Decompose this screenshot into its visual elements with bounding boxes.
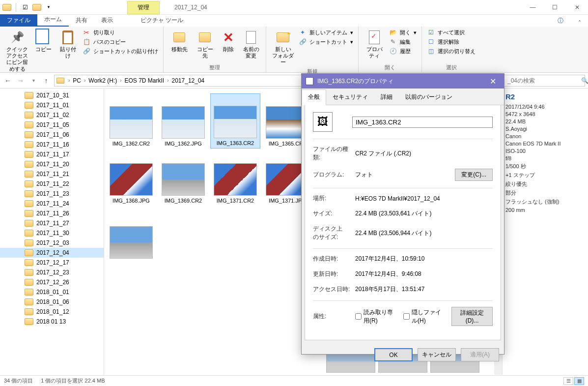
file-thumbnail[interactable] [106,208,156,263]
copy-button[interactable]: コピー [33,29,53,54]
sidebar-folder[interactable]: 2017_12_03 [0,238,104,248]
sidebar-folder[interactable]: 2017_11_06 [0,130,104,140]
file-thumbnail[interactable]: IMG_1363.CR2 [210,93,260,148]
search-icon[interactable]: 🔍 [581,77,588,84]
file-thumbnail[interactable]: IMG_1369.CR2 [158,150,208,206]
picture-tools-tab[interactable]: ピクチャ ツール [136,14,188,27]
new-folder-icon [275,30,291,45]
general-tab[interactable]: 全般 [302,89,326,105]
select-all-icon [427,29,435,36]
file-thumbnail[interactable]: IMG_1371.CR2 [210,150,260,206]
copy-path-button[interactable]: パスのコピー [83,38,158,46]
search-box[interactable]: 🔍 [504,75,585,87]
sidebar-folder[interactable]: 2017_12_17 [0,258,104,267]
sidebar-folder[interactable]: 2017_12_23 [0,267,104,277]
sidebar-folder[interactable]: 2017_11_16 [0,140,104,149]
home-tab[interactable]: ホーム [37,13,69,27]
app-icon [2,2,12,12]
sidebar-folder[interactable]: 2017_11_01 [0,100,104,110]
help-icon[interactable]: ⓘ [560,15,571,27]
copy-to-button[interactable]: コピー先 [194,29,216,60]
sidebar-folder[interactable]: 2017_11_05 [0,120,104,130]
sidebar-folder[interactable]: 2017_11_22 [0,179,104,189]
sidebar-folder[interactable]: 2017_11_26 [0,208,104,218]
shortcut-icon [299,38,307,46]
filename-input[interactable] [352,117,493,128]
sidebar-folder[interactable]: 2018_01_01 [0,287,104,297]
details-view-button[interactable]: ☰ [563,377,573,385]
security-tab[interactable]: セキュリティ [326,89,374,105]
paste-shortcut-button[interactable]: ショートカットの貼り付け [83,47,158,55]
dialog-footer: OK キャンセル 適用(A) [302,343,504,366]
view-tab[interactable]: 表示 [94,14,120,27]
ok-button[interactable]: OK [374,348,413,361]
advanced-button[interactable]: 詳細設定(D)... [451,307,493,326]
change-program-button[interactable]: 変更(C)... [455,169,493,181]
details-tab[interactable]: 詳細 [374,89,399,105]
readonly-checkbox[interactable]: 読み取り専用(R) [355,308,395,325]
sidebar-folder[interactable]: 2018_01_12 [0,307,104,317]
folder-icon [25,121,33,128]
shortcut-button[interactable]: ショートカット ▾ [299,38,353,46]
context-tab[interactable]: 管理 [127,1,160,14]
previous-versions-tab[interactable]: 以前のバージョン [399,89,459,105]
sidebar-folder[interactable]: 2017_11_27 [0,218,104,228]
rename-button[interactable]: 名前の 変更 [241,29,261,60]
new-item-icon [299,29,307,36]
file-thumbnail[interactable]: IMG_1368.JPG [106,150,156,206]
edit-button[interactable]: 編集 [389,38,417,46]
folder-qat-icon[interactable] [32,2,42,12]
apply-button[interactable]: 適用(A) [461,348,499,361]
sidebar-folder[interactable]: 2018_01_06 [0,297,104,307]
sidebar-folder[interactable]: 2017_11_24 [0,199,104,208]
history-button[interactable]: 履歴 [389,47,417,55]
back-button[interactable]: ← [3,76,13,86]
cancel-button[interactable]: キャンセル [418,348,456,361]
sidebar-folder[interactable]: 2018 01 13 [0,317,104,327]
open-button[interactable]: 開く ▾ [389,29,417,36]
properties-qat-icon[interactable]: ☑ [20,2,30,12]
sidebar-folder[interactable]: 2017_10_31 [0,90,104,100]
sidebar-folder[interactable]: 2017_11_30 [0,228,104,238]
thumbnail-image [214,163,257,196]
sidebar-folder[interactable]: 2017_11_20 [0,159,104,169]
sidebar-folder[interactable]: 2017_12_26 [0,277,104,287]
sidebar-folder[interactable]: 2017_11_02 [0,110,104,120]
forward-button[interactable]: → [16,76,26,86]
share-tab[interactable]: 共有 [69,14,94,27]
move-to-button[interactable]: 移動先 [168,29,190,54]
dialog-titlebar[interactable]: IMG_1363.CR2のプロパティ ✕ [302,74,504,89]
folder-icon [25,171,33,178]
file-menu[interactable]: ファイル [0,14,37,27]
paste-button[interactable]: 貼り付け [57,29,79,60]
file-thumbnail[interactable]: IMG_1362.JPG [158,93,208,148]
pin-button[interactable]: クイック アクセス にピン留めする [5,29,29,73]
qat-dropdown-icon[interactable]: ▼ [44,2,54,12]
new-folder-button[interactable]: 新しい フォルダー [271,29,295,67]
search-input[interactable] [507,77,581,84]
properties-button[interactable]: プロパ ティ [364,29,385,60]
recent-dropdown[interactable]: ▾ [28,76,38,86]
delete-button[interactable]: 削除 [220,29,237,54]
close-button[interactable]: ✕ [566,0,588,15]
file-thumbnail[interactable]: IMG_1362.CR2 [106,93,156,148]
new-item-button[interactable]: 新しいアイテム ▾ [299,29,353,36]
maximize-button[interactable]: ☐ [544,0,566,15]
sidebar-folder[interactable]: 2017_12_04 [0,248,104,258]
sidebar-folder[interactable]: 2017_11_17 [0,149,104,159]
cut-button[interactable]: 切り取り [83,29,158,36]
dialog-close-button[interactable]: ✕ [485,74,500,89]
select-invert-button[interactable]: 選択の切り替え [427,47,476,55]
sidebar-folder[interactable]: 2017_11_23 [0,189,104,199]
dialog-tabs: 全般 セキュリティ 詳細 以前のバージョン [302,89,504,105]
hidden-checkbox[interactable]: 隠しファイル(H) [403,308,444,325]
folder-icon [56,78,64,84]
select-none-button[interactable]: 選択解除 [427,38,476,46]
thumbnail-image [110,106,153,139]
minimize-button[interactable]: — [522,0,544,15]
sidebar-folder[interactable]: 2017_11_21 [0,169,104,179]
select-all-button[interactable]: すべて選択 [427,29,476,36]
up-button[interactable]: ↑ [41,76,51,86]
thumb-view-button[interactable]: ▦ [574,377,584,385]
collapse-ribbon-icon[interactable]: ˄ [571,20,588,27]
